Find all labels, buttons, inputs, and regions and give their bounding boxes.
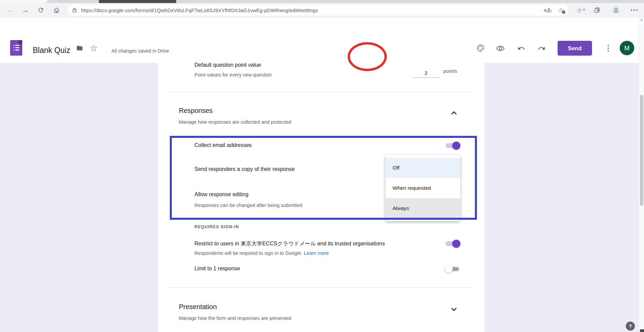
- folder-icon: [76, 44, 83, 52]
- eye-icon: [496, 44, 505, 53]
- restrict-users-toggle[interactable]: [445, 240, 460, 248]
- browser-toolbar: ← → https://docs.google.com/forms/d/1Qwh…: [0, 3, 644, 17]
- active-browser-tab[interactable]: [0, 0, 47, 3]
- default-points-input[interactable]: [412, 68, 439, 78]
- favorites-icon: ☆≡: [576, 6, 582, 14]
- browser-profile-button[interactable]: [610, 4, 622, 16]
- settings-page: Default question point value Point value…: [0, 63, 644, 332]
- vertical-scrollbar[interactable]: ▲: [639, 17, 644, 332]
- back-button[interactable]: ←: [4, 4, 16, 16]
- home-icon: [53, 7, 60, 14]
- collections-button[interactable]: [591, 4, 603, 16]
- refresh-icon: [37, 7, 44, 13]
- undo-button[interactable]: [514, 41, 528, 55]
- default-points-title: Default question point value: [194, 62, 261, 68]
- dropdown-option-always[interactable]: Always: [385, 198, 460, 218]
- account-avatar[interactable]: M: [620, 41, 634, 55]
- chevron-down-icon: [451, 307, 457, 311]
- lock-icon: [72, 7, 78, 13]
- send-copy-dropdown-menu: Off When requested Always: [385, 155, 460, 221]
- profile-icon: [612, 6, 620, 14]
- presentation-section-subtitle: Manage how the form and responses are pr…: [179, 315, 291, 321]
- url-text: https://docs.google.com/forms/d/1QwhDxVd…: [81, 7, 318, 13]
- translate-icon[interactable]: aあ: [544, 7, 552, 13]
- default-points-subtitle: Point values for every new question: [194, 72, 272, 78]
- forward-button[interactable]: →: [20, 4, 31, 16]
- allow-editing-subtitle: Responses can be changed after being sub…: [194, 203, 302, 208]
- forward-icon: →: [22, 6, 29, 14]
- restrict-users-label: Restrict to users in 東京大学ECCSクラウドメール and…: [194, 240, 385, 247]
- chevron-up-icon: [451, 111, 457, 115]
- save-status[interactable]: All changes saved in Drive: [111, 48, 169, 54]
- divider: [167, 288, 474, 288]
- dropdown-option-when-requested[interactable]: When requested: [385, 178, 460, 198]
- learn-more-link[interactable]: Learn more: [304, 250, 329, 256]
- scrollbar-corner: [640, 329, 644, 332]
- back-icon: ←: [6, 6, 14, 14]
- inactive-browser-tab[interactable]: [99, 0, 176, 3]
- expand-presentation-button[interactable]: [451, 306, 459, 314]
- limit-response-toggle[interactable]: [445, 265, 460, 273]
- redo-button[interactable]: [535, 41, 548, 55]
- restrict-users-subtitle: Respondents will be required to sign in …: [194, 250, 329, 256]
- star-form-button[interactable]: ☆: [87, 41, 101, 55]
- help-button[interactable]: ?: [626, 322, 635, 331]
- allow-editing-label: Allow response editing: [194, 191, 248, 198]
- address-bar[interactable]: https://docs.google.com/forms/d/1QwhDxVd…: [68, 5, 568, 16]
- move-to-folder-button[interactable]: [73, 41, 86, 55]
- divider: [167, 92, 474, 92]
- send-copy-label: Send responders a copy of their response: [194, 166, 295, 172]
- scrollbar-up-arrow[interactable]: ▲: [640, 18, 643, 21]
- preview-button[interactable]: [493, 41, 507, 55]
- presentation-section-title: Presentation: [179, 303, 217, 311]
- browser-tab-strip: [0, 0, 644, 3]
- redo-icon: [538, 44, 545, 52]
- limit-response-label: Limit to 1 response: [194, 266, 240, 272]
- theme-button[interactable]: [474, 41, 487, 55]
- add-favorite-icon[interactable]: ☆+: [558, 6, 564, 14]
- forms-header: Blank Quiz ☆ All changes saved in Drive …: [0, 17, 644, 63]
- responses-section-title: Responses: [179, 107, 213, 115]
- favorites-bar-button[interactable]: ☆≡: [574, 4, 585, 16]
- more-options-button[interactable]: [603, 43, 614, 54]
- palette-icon: [476, 44, 485, 53]
- collapse-responses-button[interactable]: [451, 110, 459, 118]
- refresh-button[interactable]: [35, 4, 47, 16]
- points-unit: points: [443, 68, 457, 74]
- screen: ← → https://docs.google.com/forms/d/1Qwh…: [0, 0, 644, 332]
- scrollbar-thumb[interactable]: [640, 95, 643, 206]
- browser-menu-button[interactable]: [628, 4, 640, 16]
- forms-logo-icon[interactable]: [10, 40, 22, 56]
- collect-email-toggle[interactable]: [445, 142, 460, 150]
- home-button[interactable]: [51, 4, 62, 16]
- dropdown-option-off[interactable]: Off: [385, 158, 460, 178]
- send-button[interactable]: Send: [558, 41, 592, 56]
- collect-email-label: Collect email addresses: [194, 142, 252, 148]
- form-title[interactable]: Blank Quiz: [33, 46, 70, 55]
- settings-card: Default question point value Point value…: [158, 63, 484, 332]
- undo-icon: [517, 44, 525, 52]
- requires-signin-heading: REQUIRES SIGN-IN: [194, 224, 239, 229]
- star-icon: ☆: [90, 43, 98, 54]
- collections-icon: [594, 7, 600, 13]
- responses-section-subtitle: Manage how responses are collected and p…: [179, 119, 291, 125]
